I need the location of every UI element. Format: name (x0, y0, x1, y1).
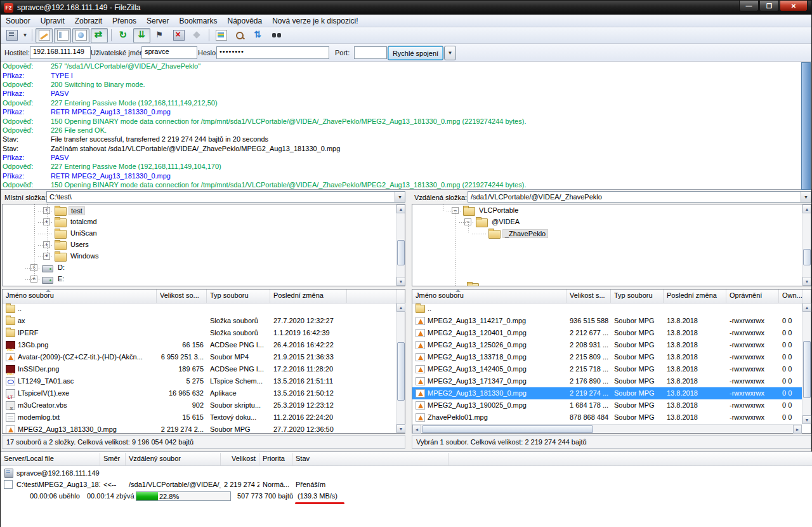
local-list-scrollbar[interactable]: ▲ ▼ (396, 303, 405, 433)
chevron-down-icon[interactable]: ▼ (801, 192, 811, 202)
site-manager-button[interactable] (3, 28, 20, 43)
message-log-scrollbar[interactable] (801, 62, 811, 190)
scroll-down-icon[interactable]: ▼ (802, 277, 811, 286)
minimize-button[interactable]: — (739, 1, 759, 11)
sync-browse-button[interactable] (249, 28, 266, 43)
compare-button[interactable] (231, 28, 248, 43)
remote-list-hscrollbar[interactable]: ◄ ► (412, 424, 802, 433)
tree-item-d[interactable]: +D: (3, 262, 395, 274)
queue-column-velikost[interactable]: Velikost (221, 453, 259, 465)
toggle-remote-tree-button[interactable] (72, 28, 89, 43)
toggle-queue-button[interactable] (91, 28, 108, 43)
cancel-button[interactable] (152, 28, 169, 43)
site-manager-dropdown[interactable]: ▼ (21, 29, 29, 43)
scroll-right-icon[interactable]: ► (793, 425, 802, 434)
file-row-mpeg2-aug13-190025-0-mpg[interactable]: MPEG2_Aug13_190025_0.mpg1 684 178 ...Sou… (412, 399, 802, 411)
username-input[interactable]: spravce (141, 46, 197, 59)
refresh-button[interactable] (115, 28, 132, 43)
column-header-perms[interactable]: Oprávnění (726, 290, 779, 303)
menu-upravit[interactable]: Upravit (36, 15, 70, 27)
remote-tree-scrollbar[interactable]: ▲ ▼ (802, 204, 811, 286)
scroll-up-icon[interactable]: ▲ (396, 204, 405, 213)
quickconnect-dropdown[interactable]: ▼ (444, 46, 456, 60)
file-row-mpeg2-aug13-120401-0-mpg[interactable]: MPEG2_Aug13_120401_0.mpg2 212 677 ...Sou… (412, 327, 802, 339)
queue-column-stav[interactable]: Stav (292, 453, 449, 465)
scroll-up-icon[interactable]: ▲ (396, 303, 405, 312)
queue-server-row[interactable]: spravce@192.168.111.149 (1, 467, 812, 479)
file-row-mpeg2-aug13-133718-0-mpg[interactable]: MPEG2_Aug13_133718_0.mpg2 215 809 ...Sou… (412, 351, 802, 363)
port-input[interactable] (354, 46, 387, 59)
file-row-zhavepeklo01-mpg[interactable]: ZhavePeklo01.mpg878 868 484Soubor MPG13.… (412, 411, 802, 424)
queue-column-sm-r[interactable]: Směr (100, 453, 126, 465)
queue-column-vzd-len-soubor[interactable]: Vzdálený soubor (126, 453, 221, 465)
file-row-mpeg2-aug13-181330-0-mpg[interactable]: MPEG2_Aug13_181330_0.mpg2 219 274 ...Sou… (412, 387, 802, 399)
tree-item-users[interactable]: +Users (3, 239, 395, 251)
column-header-modified[interactable]: Poslední změna (270, 290, 347, 303)
queue-column-priorita[interactable]: Priorita (259, 453, 292, 465)
file-row-m3ucreator-vbs[interactable]: m3uCreator.vbs902Soubor skriptu...25.3.2… (3, 399, 396, 411)
local-tree-scrollbar[interactable]: ▲ ▼ (396, 204, 405, 286)
tree-item-test[interactable]: +test (3, 205, 395, 217)
column-header-size[interactable]: Velikost so... (157, 290, 207, 303)
toggle-local-tree-button[interactable] (54, 28, 71, 43)
file-row-[interactable]: .. (3, 303, 396, 315)
file-row-[interactable]: .. (412, 303, 802, 315)
menu-soubor[interactable]: Soubor (1, 15, 36, 27)
queue-column-server-local-file[interactable]: Server/Local file (1, 453, 100, 465)
queue-item-checkbox[interactable] (4, 480, 13, 489)
column-header-name[interactable]: Jméno souboru (412, 290, 566, 303)
chevron-down-icon[interactable]: ▼ (395, 192, 405, 202)
menu-p-enos[interactable]: Přenos (107, 15, 141, 27)
column-header-modified[interactable]: Poslední změna (664, 290, 726, 303)
column-header-type[interactable]: Typ souboru (207, 290, 270, 303)
column-header-blank[interactable] (347, 290, 397, 303)
toggle-log-button[interactable] (36, 28, 53, 43)
tree-item-zhavepeklo[interactable]: _ZhavePeklo (412, 228, 801, 239)
file-row-lt1249-ta01-asc[interactable]: LT1249_TA01.asc5 275LTspice Schem...13.5… (3, 375, 396, 387)
remote-list-scrollbar[interactable]: ▲ ▼ (802, 303, 811, 424)
reconnect-button[interactable] (188, 28, 206, 43)
password-input[interactable]: •••••••• (216, 46, 329, 59)
menu-zobrazit[interactable]: Zobrazit (70, 15, 107, 27)
scroll-up-icon[interactable]: ▲ (802, 303, 811, 312)
column-header-owner[interactable]: Own... (779, 290, 803, 303)
menu-nov-verze-je-k-dispozici[interactable]: Nová verze je k dispozici! (267, 15, 363, 27)
column-header-name[interactable]: Jméno souboru (3, 290, 157, 303)
remote-path-combo[interactable]: /sda1/VLCPortable/@VIDEA/_ZhavePeklo ▼ (468, 191, 811, 203)
scroll-up-icon[interactable]: ▲ (802, 204, 811, 213)
scroll-left-icon[interactable]: ◄ (412, 425, 421, 434)
file-row-modemlog-txt[interactable]: modemlog.txt15 615Textový doku...11.2.20… (3, 411, 396, 424)
local-path-combo[interactable]: C:\test\ ▼ (46, 191, 405, 203)
file-row-ax[interactable]: axSložka souborů27.7.2020 12:32:27 (3, 315, 396, 327)
file-row-13gb-png[interactable]: 13Gb.png66 156ACDSee PNG I...26.4.2016 1… (3, 339, 396, 351)
restore-button[interactable]: ❐ (759, 1, 779, 11)
file-row-inssider-png[interactable]: InSSIDer.png189 675ACDSee PNG I...17.2.2… (3, 363, 396, 375)
menu-bookmarks[interactable]: Bookmarks (174, 15, 222, 27)
menu-server[interactable]: Server (141, 15, 174, 27)
tree-item-uniscan[interactable]: UniScan (3, 228, 395, 239)
tree-item-totalcmd[interactable]: +totalcmd (3, 217, 395, 228)
tree-item-vlcportable[interactable]: −VLCPortable (412, 205, 801, 217)
column-header-size[interactable]: Velikost s... (566, 290, 611, 303)
process-queue-button[interactable] (133, 28, 150, 43)
file-row-mpeg2-aug13-142405-0-mpg[interactable]: MPEG2_Aug13_142405_0.mpg2 215 718 ...Sou… (412, 363, 802, 375)
file-row-mpeg2-aug13-171347-0-mpg[interactable]: MPEG2_Aug13_171347_0.mpg2 176 890 ...Sou… (412, 375, 802, 387)
disconnect-button[interactable] (170, 28, 187, 43)
queue-transfer-row[interactable]: C:\test\MPEG2_Aug13_181...<<--/sda1/VLCP… (1, 479, 812, 490)
find-button[interactable] (268, 28, 285, 43)
host-input[interactable]: 192.168.111.149 (30, 46, 91, 59)
file-row-mpeg2-aug13-114217-0-mpg[interactable]: MPEG2_Aug13_114217_0.mpg936 515 588Soubo… (412, 315, 802, 327)
titlebar[interactable]: Fz spravce@192.168.111.149 - FileZilla —… (1, 1, 811, 15)
quickconnect-button[interactable]: Rychlé spojení (388, 46, 443, 60)
scroll-down-icon[interactable]: ▼ (802, 415, 811, 424)
scroll-down-icon[interactable]: ▼ (396, 424, 405, 433)
filter-button[interactable] (213, 28, 230, 43)
tree-item-windows[interactable]: +Windows (3, 251, 395, 262)
file-row-ltspiceiv-1-exe[interactable]: LTspiceIV(1).exe16 965 632Aplikace13.5.2… (3, 387, 396, 399)
scroll-down-icon[interactable]: ▼ (396, 277, 405, 286)
close-button[interactable]: ✕ (780, 1, 808, 11)
column-header-type[interactable]: Typ souboru (611, 290, 664, 303)
file-row-mpeg2-aug13-125026-0-mpg[interactable]: MPEG2_Aug13_125026_0.mpg2 208 931 ...Sou… (412, 339, 802, 351)
file-row-avatar-2009-cz-cz-tit-hd-ak-n[interactable]: Avatar-(2009)-(CZ+CZ-tit.)-(HD)-(Akčn...… (3, 351, 396, 363)
tree-item-e[interactable]: +E: (3, 274, 395, 285)
